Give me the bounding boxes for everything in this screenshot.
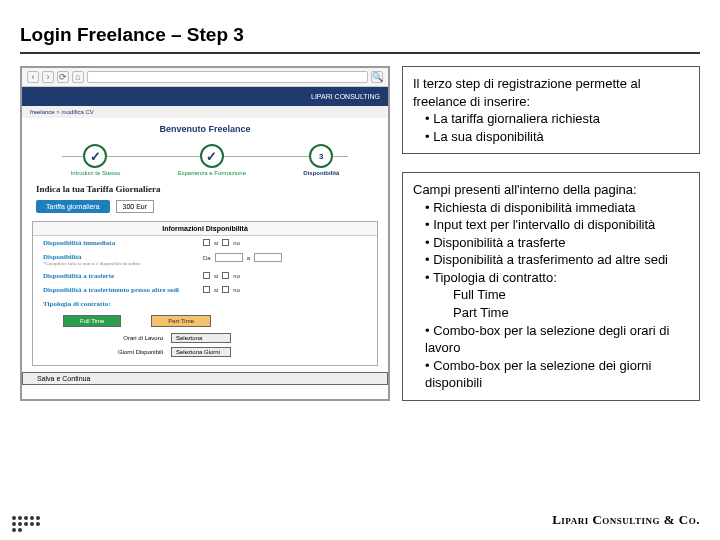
step-3-number: 3 bbox=[309, 144, 333, 168]
box2-sub-parttime: Part Time bbox=[413, 304, 689, 322]
row-relocation: Disponibilità a trasferimento presso alt… bbox=[33, 283, 377, 297]
box2-bullet-5: Tipologia di contratto: bbox=[425, 269, 689, 287]
description-box-1: Il terzo step di registrazione permette … bbox=[402, 66, 700, 154]
check-icon bbox=[83, 144, 107, 168]
step-3: 3 Disponibilità bbox=[303, 144, 339, 176]
title-underline bbox=[20, 52, 700, 54]
row-immediate: Disponibilità immediata si no bbox=[33, 236, 377, 250]
box2-sub-fulltime: Full Time bbox=[413, 286, 689, 304]
step-2-label: Esperienza e Formazione bbox=[178, 170, 246, 176]
browser-toolbar: ‹ › ⟳ ⌂ 🔍 bbox=[22, 68, 388, 87]
back-icon[interactable]: ‹ bbox=[27, 71, 39, 83]
step-3-label: Disponibilità bbox=[303, 170, 339, 176]
opt-si: si bbox=[214, 240, 218, 246]
row-hours: Orari di Lavoro Seleziona bbox=[33, 331, 377, 345]
reload-icon[interactable]: ⟳ bbox=[57, 71, 69, 83]
browser-mockup: ‹ › ⟳ ⌂ 🔍 LIPARI CONSULTING freelance > … bbox=[20, 66, 390, 401]
step-1-label: Introduci te Stesso bbox=[71, 170, 121, 176]
search-icon[interactable]: 🔍 bbox=[371, 71, 383, 83]
breadcrumb[interactable]: freelance > modifica CV bbox=[22, 106, 388, 118]
fulltime-button[interactable]: Full Time bbox=[63, 315, 121, 327]
url-bar[interactable] bbox=[87, 71, 368, 83]
site-banner: LIPARI CONSULTING bbox=[22, 87, 388, 106]
opt-no: no bbox=[233, 273, 240, 279]
tariff-input[interactable]: 300 Eur bbox=[116, 200, 155, 213]
label-availability: Disponibilità*Compilare solo se non si è… bbox=[43, 253, 203, 266]
row-days: Giorni Disponibili Seleziona Giorni bbox=[33, 345, 377, 359]
opt-no: no bbox=[233, 287, 240, 293]
label-a: a bbox=[247, 255, 250, 261]
footer-brand: Lipari Consulting & Co. bbox=[552, 512, 700, 528]
checkbox-si[interactable] bbox=[203, 239, 210, 246]
wizard-steps: Introduci te Stesso Esperienza e Formazi… bbox=[22, 140, 388, 178]
description-column: Il terzo step di registrazione permette … bbox=[402, 66, 700, 401]
label-days: Giorni Disponibili bbox=[93, 349, 163, 355]
checkbox-no[interactable] bbox=[222, 286, 229, 293]
save-button[interactable]: Salva e Continua bbox=[22, 372, 388, 385]
box2-bullet-1: Richiesta di disponibilità immediata bbox=[425, 199, 689, 217]
select-hours[interactable]: Seleziona bbox=[171, 333, 231, 343]
box2-bullet-3: Disponibilità a trasferte bbox=[425, 234, 689, 252]
box-title: Informazioni Disponibilità bbox=[33, 222, 377, 236]
home-icon[interactable]: ⌂ bbox=[72, 71, 84, 83]
opt-si: si bbox=[214, 273, 218, 279]
box1-bullet-2: La sua disponibilità bbox=[425, 128, 689, 146]
label-relocation: Disponibilità a trasferimento presso alt… bbox=[43, 286, 203, 294]
label-immediate: Disponibilità immediata bbox=[43, 239, 203, 247]
tariff-row: Tariffa giornaliera 300 Eur bbox=[22, 196, 388, 221]
tariff-heading: Indica la tua Tariffa Giornaliera bbox=[22, 178, 388, 196]
page-title: Login Freelance – Step 3 bbox=[0, 0, 720, 52]
label-availability-sub: *Compilare solo se non si è disponibili … bbox=[43, 261, 203, 266]
row-travel: Disponibilità a trasferte si no bbox=[33, 269, 377, 283]
box2-intro: Campi presenti all'interno della pagina: bbox=[413, 181, 689, 199]
contract-buttons: Full Time Part Time bbox=[33, 311, 377, 331]
row-availability: Disponibilità*Compilare solo se non si è… bbox=[33, 250, 377, 269]
label-travel: Disponibilità a trasferte bbox=[43, 272, 203, 280]
checkbox-no[interactable] bbox=[222, 272, 229, 279]
step-2: Esperienza e Formazione bbox=[178, 144, 246, 176]
description-box-2: Campi presenti all'interno della pagina:… bbox=[402, 172, 700, 401]
input-from[interactable] bbox=[215, 253, 243, 262]
box2-bullet-4: Disponibilità a trasferimento ad altre s… bbox=[425, 251, 689, 269]
step-1: Introduci te Stesso bbox=[71, 144, 121, 176]
opt-si: si bbox=[214, 287, 218, 293]
box1-bullet-1: La tariffa giornaliera richiesta bbox=[425, 110, 689, 128]
forward-icon[interactable]: › bbox=[42, 71, 54, 83]
parttime-button[interactable]: Part Time bbox=[151, 315, 211, 327]
input-to[interactable] bbox=[254, 253, 282, 262]
content: ‹ › ⟳ ⌂ 🔍 LIPARI CONSULTING freelance > … bbox=[0, 66, 720, 401]
tariff-label-button: Tariffa giornaliera bbox=[36, 200, 110, 213]
label-hours: Orari di Lavoro bbox=[93, 335, 163, 341]
box1-intro: Il terzo step di registrazione permette … bbox=[413, 75, 689, 110]
row-contract-type: Tipologia di contratto: bbox=[33, 297, 377, 311]
opt-no: no bbox=[233, 240, 240, 246]
select-days[interactable]: Seleziona Giorni bbox=[171, 347, 231, 357]
checkbox-si[interactable] bbox=[203, 286, 210, 293]
label-contract-type: Tipologia di contratto: bbox=[43, 300, 203, 308]
label-da: Da bbox=[203, 255, 211, 261]
footer-dots-icon bbox=[12, 516, 40, 532]
welcome-heading: Benvenuto Freelance bbox=[22, 118, 388, 140]
box2-bullet-6: Combo-box per la selezione degli orari d… bbox=[425, 322, 689, 357]
checkbox-no[interactable] bbox=[222, 239, 229, 246]
checkbox-si[interactable] bbox=[203, 272, 210, 279]
box2-bullet-7: Combo-box per la selezione dei giorni di… bbox=[425, 357, 689, 392]
box2-bullet-2: Input text per l'intervallo di disponibi… bbox=[425, 216, 689, 234]
availability-box: Informazioni Disponibilità Disponibilità… bbox=[32, 221, 378, 366]
check-icon bbox=[200, 144, 224, 168]
